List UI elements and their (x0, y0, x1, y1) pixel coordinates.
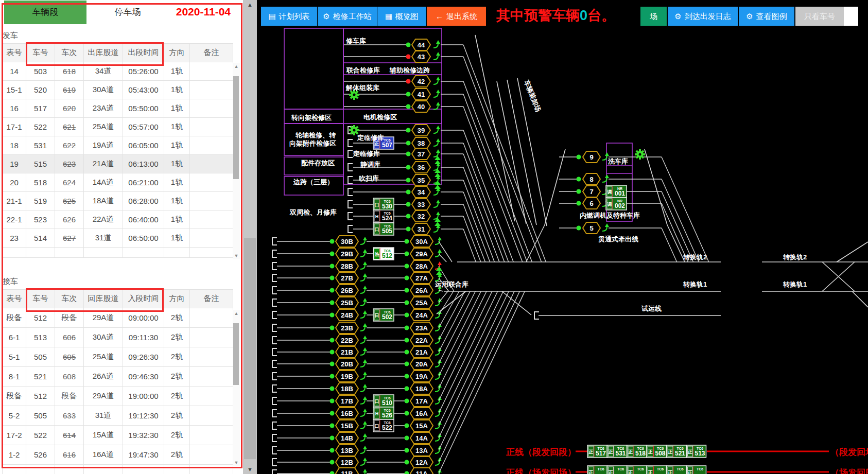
track-badge-13A[interactable]: 13A (410, 445, 433, 456)
toolbar-right-2-button[interactable]: ⚙查看图例 (739, 7, 794, 26)
track-badge-30A[interactable]: 30A (410, 236, 433, 247)
table-row[interactable]: 1651762023A道05:50:001轨 (3, 99, 233, 118)
track-badge-20A[interactable]: 20A (410, 358, 433, 370)
track-badge-6[interactable]: 6 (583, 198, 600, 209)
track-badge-14A[interactable]: 14A (410, 432, 433, 444)
table-row[interactable]: 2051862414A道06:21:001轨 (3, 173, 233, 192)
train-badge-508[interactable]: 正TC6508 (647, 445, 667, 458)
depart-table-scrollbar[interactable]: ▲ ▼ (233, 63, 240, 259)
track-badge-36[interactable]: 36 (412, 162, 430, 173)
track-badge-13B[interactable]: 13B (336, 445, 358, 456)
train-badge-521[interactable]: 正TC6521 (667, 445, 686, 458)
train-badge-526[interactable]: HTC6526 (373, 407, 394, 419)
toolbar-left-1-button[interactable]: ⚙检修工作站 (318, 7, 377, 26)
track-badge-30B[interactable]: 30B (336, 236, 358, 247)
track-badge-11B[interactable]: 11B (336, 468, 358, 474)
train-badge-510[interactable]: 口TC6510 (373, 395, 394, 407)
track-badge-26A[interactable]: 26A (410, 285, 433, 296)
track-badge-17B[interactable]: 17B (336, 395, 358, 407)
track-badge-31[interactable]: 31 (412, 223, 430, 235)
track-badge-28B[interactable]: 28B (336, 260, 358, 272)
track-badge-21B[interactable]: 21B (336, 346, 358, 358)
track-badge-38[interactable]: 38 (412, 137, 430, 149)
train-badge-531[interactable]: 正TC6531 (607, 445, 627, 458)
track-badge-12A[interactable]: 12A (410, 457, 433, 468)
train-badge-001[interactable]: 调NR001 (606, 185, 627, 198)
track-badge-17A[interactable]: 17A (410, 395, 433, 407)
track-badge-22A[interactable]: 22A (410, 335, 433, 346)
toolbar-left-3-button[interactable]: ←退出系统 (427, 7, 486, 26)
track-badge-24B[interactable]: 24B (336, 309, 358, 321)
track-badge-22B[interactable]: 22B (336, 335, 358, 346)
train-badge-505[interactable]: 口TC6505 (373, 223, 394, 235)
track-badge-28A[interactable]: 28A (410, 260, 433, 272)
tab-depot[interactable]: 车辆段 (4, 1, 86, 24)
train-badge-002[interactable]: 调NR002 (606, 198, 627, 210)
track-badge-21A[interactable]: 21A (410, 346, 433, 358)
table-row[interactable]: 1951562321A道06:13:001轨 (3, 155, 233, 173)
train-badge-TC6[interactable]: 正TC6 (687, 466, 706, 474)
table-row[interactable]: 5-150560525A道09:26:302轨 (3, 347, 233, 367)
track-badge-11A[interactable]: 11A (410, 468, 433, 474)
track-badge-19B[interactable]: 19B (336, 371, 358, 382)
track-badge-5[interactable]: 5 (583, 222, 600, 234)
track-badge-16B[interactable]: 16B (336, 408, 358, 419)
table-row[interactable]: 1-252661616A道19:47:302轨 (3, 445, 233, 465)
track-badge-25A[interactable]: 25A (410, 297, 433, 308)
toolbar-right-0-button[interactable]: 场 (640, 7, 667, 26)
track-badge-27B[interactable]: 27B (336, 272, 358, 284)
table-row[interactable]: 21-151962518A道06:28:001轨 (3, 192, 233, 210)
table-row[interactable]: 1853162219A道06:05:001轨 (3, 136, 233, 155)
table-row[interactable]: 17-152262125A道05:57:001轨 (3, 118, 233, 136)
table-row[interactable]: 6-151360630A道09:11:302轨 (3, 328, 233, 347)
toolbar-right-3-button[interactable]: 只看车号 (795, 7, 844, 26)
arrive-table-scrollbar[interactable]: ▲ ▼ (233, 310, 240, 466)
table-row[interactable]: 2351462731道06:50:001轨 (3, 229, 233, 248)
track-badge-35[interactable]: 35 (412, 174, 430, 186)
train-badge-TC6[interactable]: 正TC6 (667, 466, 686, 474)
table-row[interactable]: 8-152160826A道09:46:302轨 (3, 367, 233, 387)
track-badge-15A[interactable]: 15A (410, 420, 433, 431)
tab-parking[interactable]: 停车场 (86, 1, 169, 24)
track-badge-39[interactable]: 39 (412, 125, 430, 136)
track-badge-15B[interactable]: 15B (336, 420, 358, 431)
track-badge-20B[interactable]: 20B (336, 358, 358, 370)
track-badge-40[interactable]: 40 (412, 101, 430, 112)
train-badge-518[interactable]: 正TC6518 (627, 445, 647, 458)
toolbar-left-0-button[interactable]: ▤计划列表 (261, 7, 317, 26)
table-row[interactable]: 17-252261415A道19:32:302轨 (3, 426, 233, 445)
panel-scrollbar[interactable]: ▲ ▼ (243, 0, 257, 474)
table-row[interactable]: 段备512段备29A道09:00:002轨 (3, 308, 233, 328)
gear-icon[interactable] (635, 149, 645, 160)
table-row[interactable]: 15-152061930A道05:43:001轨 (3, 81, 233, 99)
track-badge-14B[interactable]: 14B (336, 432, 358, 444)
toolbar-right-1-button[interactable]: ⚙到达出发日志 (668, 7, 738, 26)
track-badge-16A[interactable]: 16A (410, 408, 433, 419)
train-badge-512[interactable]: 热TC6512 (373, 248, 394, 260)
toolbar-left-2-button[interactable]: ▦概览图 (377, 7, 426, 26)
only-car-number-checkbox[interactable] (844, 7, 858, 26)
train-badge-517[interactable]: 正TC6517 (587, 445, 607, 458)
track-badge-9[interactable]: 9 (583, 151, 600, 163)
track-badge-8[interactable]: 8 (583, 173, 600, 185)
track-badge-26B[interactable]: 26B (336, 285, 358, 296)
train-badge-TC6[interactable]: 正TC6 (627, 466, 647, 474)
track-badge-25B[interactable]: 25B (336, 297, 358, 308)
table-row[interactable]: 段备512段备29A道19:00:002轨 (3, 387, 233, 406)
track-badge-42[interactable]: 42 (412, 76, 430, 87)
track-badge-34[interactable]: 34 (412, 186, 430, 198)
track-badge-32[interactable]: 32 (412, 210, 430, 222)
train-badge-TC6[interactable]: 正TC6 (587, 466, 607, 474)
track-badge-24A[interactable]: 24A (410, 309, 433, 321)
table-row[interactable]: 1450361834道05:26:001轨 (3, 62, 233, 81)
track-badge-23B[interactable]: 23B (336, 322, 358, 333)
track-badge-29A[interactable]: 29A (410, 248, 433, 259)
track-badge-7[interactable]: 7 (583, 186, 600, 197)
train-badge-TC6[interactable]: 正TC6 (607, 466, 627, 474)
train-badge-513[interactable]: 正TC6513 (687, 445, 706, 458)
track-badge-18B[interactable]: 18B (336, 383, 358, 394)
train-badge-TC6[interactable]: 正TC6 (647, 466, 667, 474)
track-badge-27A[interactable]: 27A (410, 272, 433, 284)
track-badge-41[interactable]: 41 (412, 89, 430, 100)
train-badge-524[interactable]: HTC6524 (373, 210, 394, 222)
